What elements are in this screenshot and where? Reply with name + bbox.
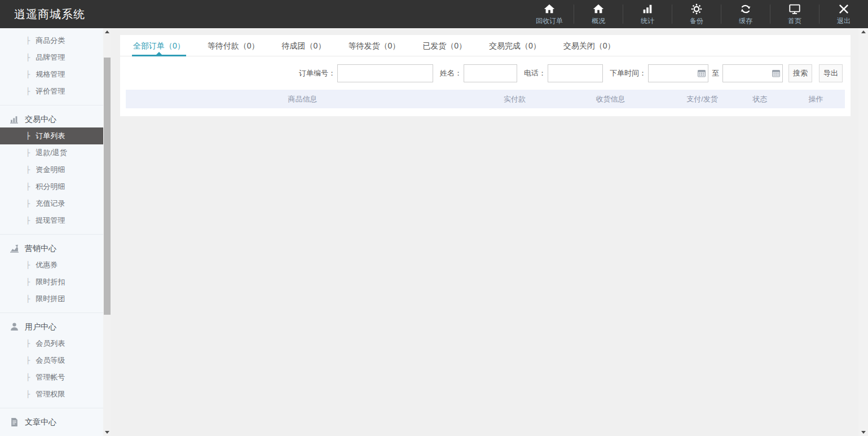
tab-all-orders[interactable]: 全部订单（0）: [133, 35, 185, 56]
export-button[interactable]: 导出: [819, 64, 843, 82]
to-label: 至: [712, 68, 719, 78]
sidebar-item-label: 充值记录: [36, 199, 65, 208]
nav-label: 缓存: [739, 16, 752, 26]
sidebar-section-user-center[interactable]: 用户中心: [0, 318, 103, 335]
sidebar-item-funds[interactable]: ├资金明细: [0, 161, 103, 178]
sidebar-section-label: 文章中心: [25, 413, 56, 430]
sidebar-item-label: 规格管理: [36, 70, 65, 78]
sidebar-item-label: 会员列表: [36, 339, 65, 347]
sidebar-item-refund[interactable]: ├退款/退货: [0, 144, 103, 161]
branch-icon: ├: [26, 132, 30, 140]
sidebar-section-label: 营销中心: [25, 240, 56, 257]
order-time-from-field: [648, 64, 708, 82]
user-icon: [10, 322, 19, 332]
tab-awaiting-payment[interactable]: 等待付款（0）: [208, 35, 259, 56]
sidebar-item-label: 订单列表: [36, 131, 65, 140]
tab-awaiting-shipment[interactable]: 等待发货（0）: [348, 35, 400, 56]
sidebar-item-member-level[interactable]: ├会员等级: [0, 352, 103, 369]
sidebar-item-spec[interactable]: ├规格管理: [0, 66, 103, 83]
home-icon: [543, 3, 556, 15]
branch-icon: ├: [26, 87, 30, 95]
sidebar-item-label: 限时折扣: [36, 278, 65, 286]
sidebar-scrollbar[interactable]: [103, 28, 111, 436]
bar-chart-icon: [641, 3, 654, 15]
sidebar-item-withdraw[interactable]: ├提现管理: [0, 212, 103, 229]
order-no-input[interactable]: [337, 64, 433, 82]
calendar-icon[interactable]: [772, 69, 781, 78]
sidebar-item-admin-account[interactable]: ├管理帐号: [0, 369, 103, 386]
nav-statistics[interactable]: 统计: [623, 0, 672, 28]
sidebar-group-article: 文章中心: [0, 408, 103, 435]
scroll-down-button[interactable]: [858, 429, 868, 436]
sidebar-item-recharge[interactable]: ├充值记录: [0, 195, 103, 212]
sidebar-item-order-list[interactable]: ├订单列表: [0, 127, 103, 144]
nav-recycle-orders[interactable]: 回收订单: [525, 0, 574, 28]
monitor-icon: [788, 3, 801, 15]
sidebar-item-label: 退款/退货: [36, 148, 67, 157]
branch-icon: ├: [26, 183, 30, 191]
phone-input[interactable]: [548, 64, 603, 82]
document-icon: [10, 417, 19, 427]
sidebar-item-groupon[interactable]: ├限时拼团: [0, 290, 103, 307]
nav-overview[interactable]: 概况: [574, 0, 623, 28]
nav-cache[interactable]: 缓存: [721, 0, 770, 28]
nav-logout[interactable]: 退出: [819, 0, 868, 28]
branch-icon: ├: [26, 149, 30, 157]
nav-label: 概况: [592, 16, 605, 26]
name-input[interactable]: [464, 64, 517, 82]
scroll-down-button[interactable]: [103, 429, 111, 436]
orders-panel: 全部订单（0） 等待付款（0） 待成团（0） 等待发货（0） 已发货（0） 交易…: [120, 35, 851, 116]
nav-label: 退出: [837, 16, 851, 26]
tab-completed[interactable]: 交易完成（0）: [489, 35, 541, 56]
branch-icon: ├: [26, 390, 30, 398]
triangle-up-icon: [105, 30, 109, 33]
column-action: 操作: [787, 94, 845, 104]
tab-awaiting-group[interactable]: 待成团（0）: [282, 35, 326, 56]
app-header: 逍遥商城系统 回收订单 概况 统计: [0, 0, 868, 28]
page-scrollbar[interactable]: [858, 28, 868, 436]
nav-backup[interactable]: 备份: [672, 0, 721, 28]
nav-label: 首页: [788, 16, 801, 26]
main-content: 全部订单（0） 等待付款（0） 待成团（0） 等待发货（0） 已发货（0） 交易…: [111, 28, 868, 436]
branch-icon: ├: [26, 54, 30, 61]
sidebar-item-label: 商品分类: [36, 36, 65, 45]
sidebar-group-goods: ├商品分类 ├品牌管理 ├规格管理 ├评价管理: [0, 28, 103, 105]
home-icon: [592, 3, 605, 15]
nav-label: 统计: [641, 16, 654, 26]
sidebar-item-points[interactable]: ├积分明细: [0, 178, 103, 195]
column-status: 状态: [733, 94, 787, 104]
sync-icon: [739, 3, 752, 15]
sidebar-scrollbar-thumb[interactable]: [104, 58, 111, 315]
search-button[interactable]: 搜索: [788, 64, 812, 82]
branch-icon: ├: [26, 340, 30, 347]
sidebar-section-trade-center[interactable]: 交易中心: [0, 111, 103, 127]
calendar-icon[interactable]: [697, 69, 706, 78]
sidebar-item-review[interactable]: ├评价管理: [0, 83, 103, 100]
trend-chart-icon: [10, 244, 19, 253]
phone-label: 电话：: [524, 68, 546, 78]
sidebar-item-label: 限时拼团: [36, 294, 65, 303]
sidebar-item-goods-category[interactable]: ├商品分类: [0, 32, 103, 49]
order-time-to-field: [722, 64, 783, 82]
column-product-info: 商品信息: [126, 94, 479, 104]
scroll-up-button[interactable]: [103, 28, 111, 36]
tab-shipped[interactable]: 已发货（0）: [422, 35, 466, 56]
sidebar-item-coupon[interactable]: ├优惠券: [0, 257, 103, 274]
name-label: 姓名：: [440, 68, 462, 78]
sidebar-item-label: 积分明细: [36, 182, 65, 191]
sidebar-item-admin-perm[interactable]: ├管理权限: [0, 386, 103, 403]
scroll-up-button[interactable]: [858, 28, 868, 36]
sidebar-menu: ├商品分类 ├品牌管理 ├规格管理 ├评价管理 交易中心 ├订单列表: [0, 28, 103, 436]
sidebar-group-trade: 交易中心 ├订单列表 ├退款/退货 ├资金明细 ├积分明细 ├充值记录 ├提现管…: [0, 105, 103, 234]
column-pay-ship: 支付/发货: [671, 94, 733, 104]
nav-home[interactable]: 首页: [770, 0, 819, 28]
app-title: 逍遥商城系统: [14, 0, 85, 28]
sidebar-item-discount[interactable]: ├限时折扣: [0, 274, 103, 290]
tab-closed[interactable]: 交易关闭（0）: [563, 35, 615, 56]
sidebar-section-marketing-center[interactable]: 营销中心: [0, 240, 103, 257]
close-icon: [838, 3, 850, 15]
sidebar-item-brand[interactable]: ├品牌管理: [0, 49, 103, 66]
sidebar-section-article-center[interactable]: 文章中心: [0, 413, 103, 430]
triangle-up-icon: [861, 30, 866, 33]
sidebar-item-members[interactable]: ├会员列表: [0, 335, 103, 352]
